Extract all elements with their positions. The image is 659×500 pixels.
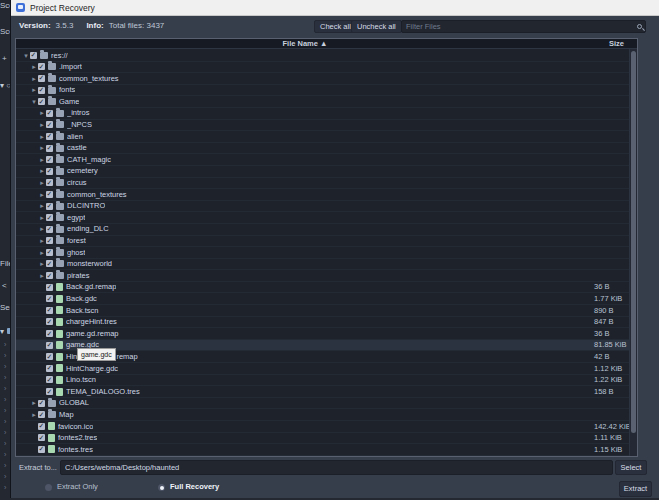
- full-recovery-label[interactable]: Full Recovery: [170, 482, 219, 491]
- twisty-icon[interactable]: ▾: [22, 50, 30, 61]
- tree-row[interactable]: ▸cemetery: [16, 166, 629, 178]
- tree-row[interactable]: ▸CATH_magic: [16, 154, 629, 166]
- checkbox-checked[interactable]: [46, 156, 53, 163]
- column-file-name[interactable]: File Name ▲: [16, 39, 594, 49]
- tree-row[interactable]: ▸DLCINTRO: [16, 201, 629, 213]
- tree-row[interactable]: HintCharge.gdc1.12 KiB: [16, 363, 629, 375]
- tree-row[interactable]: Back.tscn890 B: [16, 305, 629, 317]
- checkbox-checked[interactable]: [38, 63, 45, 70]
- twisty-icon[interactable]: ▸: [38, 270, 46, 282]
- tree-row[interactable]: ▸egypt: [16, 212, 629, 224]
- tree-row[interactable]: ▸alien: [16, 131, 629, 143]
- checkbox-checked[interactable]: [46, 133, 53, 140]
- twisty-icon[interactable]: ▸: [30, 61, 38, 73]
- checkbox-checked[interactable]: [46, 260, 53, 267]
- checkbox-checked[interactable]: [46, 330, 53, 337]
- twisty-icon[interactable]: ▸: [38, 177, 46, 189]
- checkbox-checked[interactable]: [38, 423, 45, 430]
- extract-only-label[interactable]: Extract Only: [57, 482, 98, 491]
- tree-row[interactable]: Lino.tscn1.22 KiB: [16, 375, 629, 387]
- tree-row[interactable]: ▸ghost: [16, 247, 629, 259]
- tree-row[interactable]: Back.gdc1.77 KiB: [16, 293, 629, 305]
- extract-only-radio[interactable]: [45, 484, 52, 491]
- twisty-icon[interactable]: ▸: [30, 409, 38, 421]
- checkbox-checked[interactable]: [30, 52, 37, 59]
- checkbox-checked[interactable]: [46, 295, 53, 302]
- checkbox-checked[interactable]: [38, 411, 45, 418]
- checkbox-checked[interactable]: [46, 168, 53, 175]
- twisty-icon[interactable]: ▸: [38, 200, 46, 212]
- checkbox-checked[interactable]: [46, 376, 53, 383]
- checkbox-checked[interactable]: [46, 307, 53, 314]
- checkbox-checked[interactable]: [46, 353, 53, 360]
- checkbox-checked[interactable]: [46, 365, 53, 372]
- tree-row[interactable]: ▸common_textures: [16, 189, 629, 201]
- checkbox-checked[interactable]: [46, 249, 53, 256]
- checkbox-checked[interactable]: [38, 75, 45, 82]
- twisty-icon[interactable]: ▸: [38, 142, 46, 154]
- extract-path-input[interactable]: [60, 460, 613, 475]
- checkbox-checked[interactable]: [38, 434, 45, 441]
- twisty-icon[interactable]: ▸: [38, 235, 46, 247]
- tree-row[interactable]: TEMA_DIALOGO.tres158 B: [16, 386, 629, 398]
- twisty-icon[interactable]: ▸: [38, 154, 46, 166]
- tree-row[interactable]: ▸.import: [16, 62, 629, 74]
- checkbox-checked[interactable]: [46, 342, 53, 349]
- tree-row[interactable]: chargeHint.tres847 B: [16, 317, 629, 329]
- tree-row[interactable]: ▸monsterworld: [16, 259, 629, 271]
- checkbox-checked[interactable]: [46, 121, 53, 128]
- tree-row[interactable]: fontes.tres1.15 KiB: [16, 444, 629, 456]
- twisty-icon[interactable]: ▸: [38, 247, 46, 259]
- twisty-icon[interactable]: ▸: [30, 397, 38, 409]
- twisty-icon[interactable]: ▸: [38, 223, 46, 235]
- tree-row[interactable]: game.gd.remap36 B: [16, 328, 629, 340]
- scrollbar-thumb[interactable]: [631, 51, 636, 433]
- tree-row[interactable]: ▸forest: [16, 236, 629, 248]
- twisty-icon[interactable]: ▸: [30, 73, 38, 85]
- tree-row[interactable]: ▾res://: [16, 50, 629, 62]
- checkbox-checked[interactable]: [46, 191, 53, 198]
- column-size[interactable]: Size: [594, 39, 638, 49]
- checkbox-checked[interactable]: [38, 87, 45, 94]
- twisty-icon[interactable]: ▾: [30, 96, 38, 108]
- tree-row[interactable]: ▸fonts: [16, 85, 629, 97]
- twisty-icon[interactable]: ▸: [38, 189, 46, 201]
- window-titlebar[interactable]: Project Recovery: [11, 0, 659, 16]
- checkbox-checked[interactable]: [38, 98, 45, 105]
- tree-row[interactable]: ▸pirates: [16, 270, 629, 282]
- vertical-scrollbar[interactable]: [629, 49, 637, 456]
- tree-row[interactable]: ▸_NPCS: [16, 120, 629, 132]
- checkbox-checked[interactable]: [46, 179, 53, 186]
- checkbox-checked[interactable]: [38, 446, 45, 453]
- tree-row[interactable]: ▸common_textures: [16, 73, 629, 85]
- tree-row[interactable]: ▸ending_DLC: [16, 224, 629, 236]
- checkbox-checked[interactable]: [46, 388, 53, 395]
- twisty-icon[interactable]: ▸: [38, 212, 46, 224]
- select-button[interactable]: Select: [615, 460, 647, 475]
- tree-row[interactable]: favicon.ico142.42 KiB: [16, 421, 629, 433]
- checkbox-checked[interactable]: [46, 145, 53, 152]
- tree-row[interactable]: ▸Map: [16, 409, 629, 421]
- tree-row[interactable]: ▾Game: [16, 96, 629, 108]
- tree-row[interactable]: ▸circus: [16, 178, 629, 190]
- uncheck-all-button[interactable]: Uncheck all: [351, 20, 402, 33]
- checkbox-checked[interactable]: [38, 400, 45, 407]
- filter-files-input[interactable]: Filter Files: [401, 20, 646, 33]
- checkbox-checked[interactable]: [46, 226, 53, 233]
- twisty-icon[interactable]: ▸: [30, 84, 38, 96]
- tree-row[interactable]: Back.gd.remap36 B: [16, 282, 629, 294]
- checkbox-checked[interactable]: [46, 318, 53, 325]
- twisty-icon[interactable]: ▸: [38, 258, 46, 270]
- tree-row[interactable]: ▸castle: [16, 143, 629, 155]
- checkbox-checked[interactable]: [46, 272, 53, 279]
- extract-button[interactable]: Extract: [619, 481, 652, 497]
- checkbox-checked[interactable]: [46, 284, 53, 291]
- tree-row[interactable]: ▸_intros: [16, 108, 629, 120]
- checkbox-checked[interactable]: [46, 203, 53, 210]
- twisty-icon[interactable]: ▸: [38, 165, 46, 177]
- checkbox-checked[interactable]: [46, 214, 53, 221]
- tree-row[interactable]: fontes2.tres1.11 KiB: [16, 433, 629, 445]
- twisty-icon[interactable]: ▸: [38, 119, 46, 131]
- full-recovery-radio[interactable]: [158, 484, 165, 491]
- checkbox-checked[interactable]: [46, 237, 53, 244]
